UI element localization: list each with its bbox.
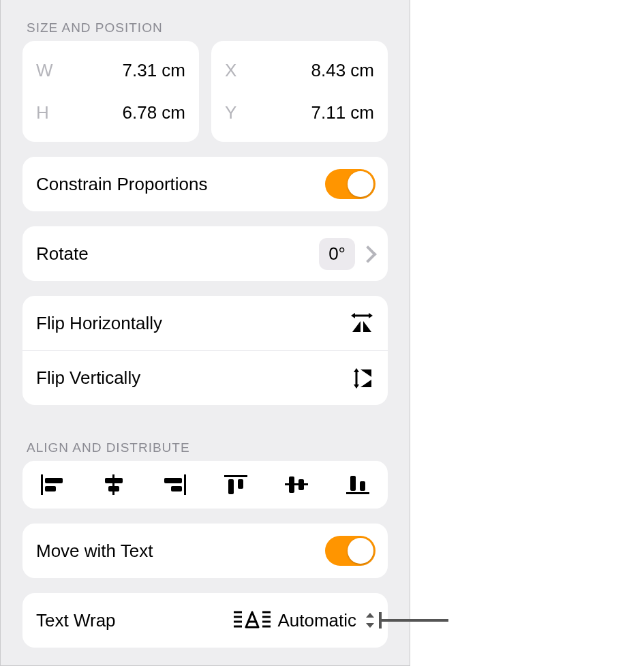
svg-marker-8: [354, 368, 359, 372]
svg-rect-12: [45, 486, 56, 491]
rotate-value: 0°: [319, 238, 355, 270]
align-top-icon: [221, 473, 250, 496]
constrain-label: Constrain Proportions: [36, 174, 207, 195]
align-left-icon: [38, 473, 67, 496]
rotate-label: Rotate: [36, 243, 89, 264]
y-value: 7.11 cm: [311, 102, 375, 123]
height-label: H: [36, 102, 61, 123]
svg-marker-1: [363, 321, 371, 332]
svg-marker-3: [351, 313, 355, 318]
rotate-card: Rotate 0°: [22, 226, 388, 281]
svg-rect-24: [285, 483, 308, 485]
flip-horizontal-icon: [346, 311, 375, 335]
text-wrap-label: Text Wrap: [36, 610, 116, 631]
size-card: W 7.31 cm H 6.78 cm: [22, 41, 199, 142]
move-with-text-row[interactable]: Move with Text: [22, 524, 388, 578]
align-bottom-button[interactable]: [341, 472, 374, 498]
svg-rect-17: [164, 478, 182, 483]
svg-rect-19: [224, 475, 247, 477]
flip-vertical-row[interactable]: Flip Vertically: [22, 350, 388, 405]
align-center-v-icon: [282, 473, 311, 496]
text-wrap-row[interactable]: Text Wrap Autom: [22, 593, 388, 648]
svg-rect-25: [346, 492, 369, 494]
x-label: X: [225, 60, 249, 81]
chevron-right-icon: [363, 245, 373, 262]
move-with-text-card: Move with Text: [22, 524, 388, 578]
x-value: 8.43 cm: [311, 60, 375, 81]
align-toolbar: [22, 461, 388, 509]
svg-rect-21: [238, 479, 243, 489]
svg-rect-10: [41, 474, 43, 495]
svg-rect-16: [184, 474, 186, 495]
section-align-header: ALIGN AND DISTRIBUTE: [22, 420, 388, 461]
text-wrap-control[interactable]: Automatic: [232, 609, 375, 631]
width-field[interactable]: W 7.31 cm: [36, 49, 185, 91]
right-whitespace: [410, 0, 644, 666]
svg-marker-0: [352, 321, 361, 332]
flip-card: Flip Horizontally Flip Vertically: [22, 296, 388, 405]
svg-rect-27: [360, 481, 365, 491]
x-field[interactable]: X 8.43 cm: [225, 49, 374, 91]
y-label: Y: [225, 102, 249, 123]
constrain-card: Constrain Proportions: [22, 157, 388, 211]
callout-line: [382, 619, 448, 622]
svg-rect-20: [228, 479, 234, 494]
rotate-right: 0°: [319, 238, 375, 270]
flip-horizontal-label: Flip Horizontally: [36, 313, 162, 334]
position-card: X 8.43 cm Y 7.11 cm: [211, 41, 388, 142]
text-wrap-value: Automatic: [277, 610, 356, 631]
flip-vertical-icon: [346, 366, 375, 391]
align-center-h-icon: [99, 473, 128, 496]
svg-rect-15: [112, 474, 114, 495]
constrain-row[interactable]: Constrain Proportions: [22, 157, 388, 211]
text-wrap-icon: [232, 609, 272, 631]
svg-marker-4: [369, 313, 373, 318]
width-value: 7.31 cm: [123, 60, 186, 81]
move-with-text-label: Move with Text: [36, 541, 153, 562]
align-right-icon: [160, 473, 189, 496]
inspector-panel: SIZE AND POSITION W 7.31 cm H 6.78 cm X …: [0, 0, 410, 666]
svg-marker-32: [246, 612, 258, 627]
section-size-position-header: SIZE AND POSITION: [22, 0, 388, 41]
flip-horizontal-row[interactable]: Flip Horizontally: [22, 296, 388, 350]
move-with-text-toggle[interactable]: [325, 536, 375, 566]
up-down-icon: [365, 611, 375, 629]
svg-marker-9: [354, 384, 359, 389]
rotate-row[interactable]: Rotate 0°: [22, 226, 388, 281]
svg-marker-5: [361, 369, 371, 377]
svg-rect-11: [45, 478, 63, 483]
y-field[interactable]: Y 7.11 cm: [225, 91, 374, 134]
flip-vertical-label: Flip Vertically: [36, 367, 140, 389]
align-left-button[interactable]: [36, 472, 69, 498]
svg-rect-26: [350, 476, 356, 491]
align-right-button[interactable]: [158, 472, 191, 498]
align-center-v-button[interactable]: [280, 472, 313, 498]
svg-rect-18: [171, 486, 182, 491]
svg-marker-6: [361, 380, 371, 387]
height-value: 6.78 cm: [123, 102, 186, 123]
width-label: W: [36, 60, 61, 81]
height-field[interactable]: H 6.78 cm: [36, 91, 185, 134]
constrain-toggle[interactable]: [325, 169, 375, 199]
align-bottom-icon: [343, 473, 372, 496]
size-position-grid: W 7.31 cm H 6.78 cm X 8.43 cm Y 7.11 cm: [22, 41, 388, 142]
align-top-button[interactable]: [219, 472, 252, 498]
align-center-h-button[interactable]: [97, 472, 130, 498]
text-wrap-card: Text Wrap Autom: [22, 593, 388, 648]
